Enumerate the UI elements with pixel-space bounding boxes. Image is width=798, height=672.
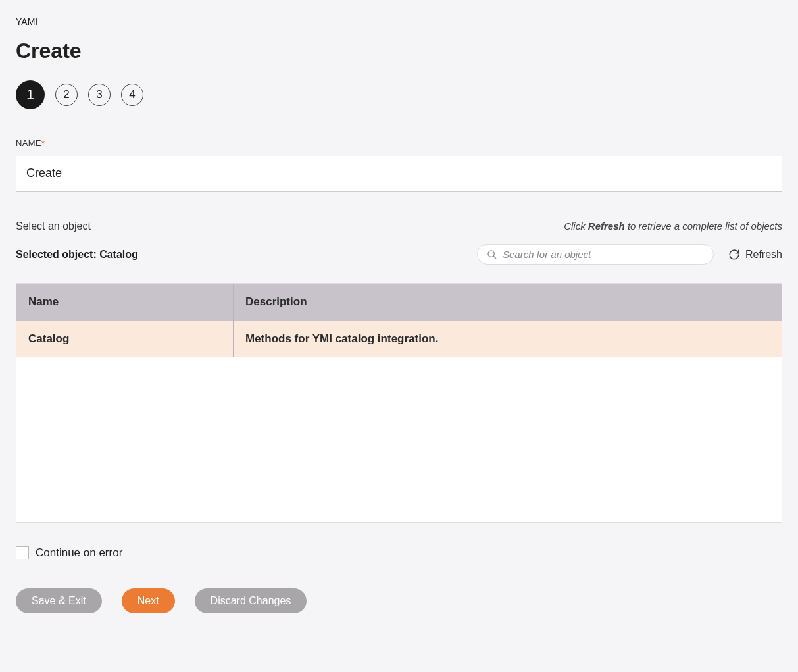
step-connector — [111, 95, 121, 95]
refresh-label: Refresh — [745, 249, 782, 261]
step-3[interactable]: 3 — [88, 84, 111, 106]
search-box[interactable] — [477, 244, 714, 265]
object-table: Name Description Catalog Methods for YMI… — [16, 283, 782, 523]
next-button[interactable]: Next — [122, 588, 175, 613]
svg-point-0 — [488, 251, 494, 257]
page-title: Create — [16, 39, 782, 63]
td-description: Methods for YMI catalog integration. — [234, 321, 782, 357]
save-exit-button[interactable]: Save & Exit — [16, 588, 102, 613]
table-header: Name Description — [16, 284, 782, 321]
svg-line-1 — [493, 256, 496, 259]
table-row[interactable]: Catalog Methods for YMI catalog integrat… — [16, 321, 782, 357]
step-1[interactable]: 1 — [16, 80, 45, 109]
name-label: NAME* — [16, 138, 782, 148]
step-connector — [78, 95, 88, 95]
continue-on-error-label: Continue on error — [36, 546, 122, 559]
refresh-button[interactable]: Refresh — [728, 249, 782, 261]
selected-object-label: Selected object: Catalog — [16, 249, 138, 261]
refresh-icon — [728, 249, 740, 261]
discard-button[interactable]: Discard Changes — [195, 588, 307, 613]
search-icon — [487, 249, 497, 260]
step-2[interactable]: 2 — [55, 84, 78, 106]
required-asterisk: * — [41, 138, 45, 148]
th-name: Name — [16, 284, 234, 321]
search-input[interactable] — [503, 249, 704, 260]
table-body: Catalog Methods for YMI catalog integrat… — [16, 321, 782, 522]
step-4[interactable]: 4 — [121, 84, 143, 106]
stepper: 1 2 3 4 — [16, 80, 782, 109]
td-name: Catalog — [16, 321, 234, 357]
continue-on-error-checkbox[interactable] — [16, 546, 29, 559]
step-connector — [45, 95, 55, 95]
refresh-hint: Click Refresh to retrieve a complete lis… — [564, 220, 782, 232]
name-input[interactable] — [16, 156, 782, 192]
select-object-label: Select an object — [16, 220, 91, 232]
th-description: Description — [234, 284, 782, 321]
breadcrumb[interactable]: YAMI — [16, 16, 37, 27]
